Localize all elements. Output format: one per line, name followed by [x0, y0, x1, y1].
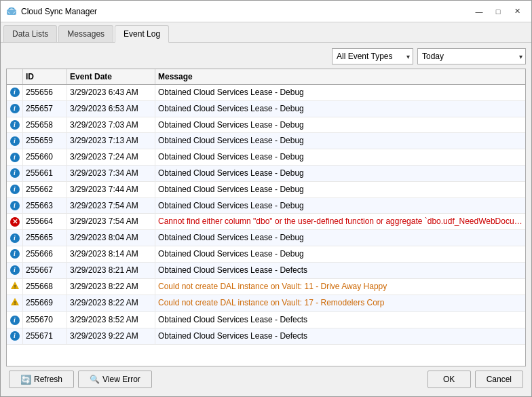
row-date: 3/29/2023 7:54 AM — [67, 198, 155, 214]
refresh-button[interactable]: 🔄 Refresh — [9, 371, 74, 388]
minimize-button[interactable]: — — [470, 5, 488, 18]
row-icon: i — [7, 133, 23, 149]
row-icon: i — [7, 230, 23, 246]
tab-messages[interactable]: Messages — [58, 25, 113, 42]
info-icon: i — [10, 168, 20, 178]
row-message: Obtained Cloud Services Lease - Debug — [155, 85, 525, 100]
row-id: 255659 — [23, 133, 67, 149]
search-icon: 🔍 — [90, 375, 100, 384]
row-id: 255665 — [23, 230, 67, 246]
row-id: 255668 — [23, 279, 67, 295]
date-filter-wrapper: Today Yesterday Last 7 Days Last 30 Days… — [417, 48, 526, 64]
info-icon: i — [10, 88, 20, 97]
tab-data-lists[interactable]: Data Lists — [3, 25, 57, 42]
row-id: 255662 — [23, 182, 67, 197]
cancel-button[interactable]: Cancel — [475, 371, 523, 388]
tab-event-log[interactable]: Event Log — [115, 25, 169, 43]
table-row[interactable]: i2556573/29/2023 6:53 AMObtained Cloud S… — [7, 101, 525, 117]
row-date: 3/29/2023 8:52 AM — [67, 312, 155, 328]
row-id: 255666 — [23, 246, 67, 262]
window-controls: — □ ✕ — [470, 5, 526, 18]
warning-icon: ! — [10, 297, 20, 309]
svg-text:!: ! — [14, 300, 16, 306]
row-icon: i — [7, 166, 23, 181]
row-message: Obtained Cloud Services Lease - Defects — [155, 312, 525, 328]
table-row[interactable]: i2556563/29/2023 6:43 AMObtained Cloud S… — [7, 85, 525, 101]
svg-text:!: ! — [14, 284, 16, 290]
row-icon: i — [7, 312, 23, 328]
table-row[interactable]: i2556663/29/2023 8:14 AMObtained Cloud S… — [7, 246, 525, 263]
info-icon: i — [10, 316, 20, 325]
row-message: Obtained Cloud Services Lease - Debug — [155, 182, 525, 197]
row-icon: i — [7, 101, 23, 117]
row-message: Obtained Cloud Services Lease - Defects — [155, 263, 525, 278]
row-icon: i — [7, 182, 23, 197]
info-icon: i — [10, 201, 20, 210]
row-date: 3/29/2023 8:14 AM — [67, 246, 155, 262]
header-message: Message — [155, 69, 514, 84]
row-id: 255667 — [23, 263, 67, 278]
info-icon: i — [10, 136, 20, 146]
table-row[interactable]: ✕2556643/29/2023 7:54 AMCannot find eith… — [7, 214, 525, 230]
footer: 🔄 Refresh 🔍 View Error OK Cancel — [6, 366, 526, 391]
table-body[interactable]: i2556563/29/2023 6:43 AMObtained Cloud S… — [7, 85, 525, 366]
row-id: 255663 — [23, 198, 67, 214]
row-message: Obtained Cloud Services Lease - Debug — [155, 149, 525, 165]
ok-button[interactable]: OK — [428, 371, 471, 388]
row-id: 255661 — [23, 166, 67, 181]
table-row[interactable]: i2556673/29/2023 8:21 AMObtained Cloud S… — [7, 263, 525, 279]
refresh-icon: 🔄 — [20, 375, 31, 385]
filter-bar: All Event Types Debug Error Warning Info… — [6, 48, 526, 64]
table-header: ID Event Date Message — [7, 69, 525, 85]
warning-icon: ! — [10, 281, 20, 293]
row-icon: i — [7, 263, 23, 278]
row-icon: ! — [7, 295, 23, 311]
table-row[interactable]: i2556613/29/2023 7:34 AMObtained Cloud S… — [7, 166, 525, 182]
row-icon: i — [7, 117, 23, 133]
event-type-select[interactable]: All Event Types Debug Error Warning Info — [332, 48, 413, 64]
row-message: Obtained Cloud Services Lease - Debug — [155, 133, 525, 149]
content-area: All Event Types Debug Error Warning Info… — [1, 43, 531, 396]
info-icon: i — [10, 185, 20, 194]
row-message: Obtained Cloud Services Lease - Debug — [155, 166, 525, 181]
row-message: Obtained Cloud Services Lease - Debug — [155, 101, 525, 117]
row-id: 255656 — [23, 85, 67, 100]
date-filter-select[interactable]: Today Yesterday Last 7 Days Last 30 Days… — [417, 48, 526, 64]
row-id: 255670 — [23, 312, 67, 328]
error-icon: ✕ — [10, 217, 20, 227]
row-id: 255660 — [23, 149, 67, 165]
row-date: 3/29/2023 8:21 AM — [67, 263, 155, 278]
row-date: 3/29/2023 7:54 AM — [67, 214, 155, 229]
table-row[interactable]: i2556703/29/2023 8:52 AMObtained Cloud S… — [7, 312, 525, 328]
row-date: 3/29/2023 7:44 AM — [67, 182, 155, 197]
row-icon: ✕ — [7, 214, 23, 229]
row-icon: i — [7, 85, 23, 100]
event-type-wrapper: All Event Types Debug Error Warning Info — [332, 48, 413, 64]
row-date: 3/29/2023 6:53 AM — [67, 101, 155, 117]
view-error-button[interactable]: 🔍 View Error — [78, 371, 152, 388]
table-row[interactable]: i2556593/29/2023 7:13 AMObtained Cloud S… — [7, 133, 525, 149]
header-date: Event Date — [67, 69, 155, 84]
table-row[interactable]: !2556693/29/2023 8:22 AMCould not create… — [7, 295, 525, 312]
title-bar: Cloud Sync Manager — □ ✕ — [1, 1, 531, 22]
info-icon: i — [10, 249, 20, 259]
view-error-label: View Error — [102, 375, 140, 384]
row-date: 3/29/2023 8:22 AM — [67, 295, 155, 311]
table-row[interactable]: i2556713/29/2023 9:22 AMObtained Cloud S… — [7, 328, 525, 345]
maximize-button[interactable]: □ — [489, 5, 507, 18]
tab-bar: Data Lists Messages Event Log — [1, 22, 531, 43]
table-row[interactable]: i2556633/29/2023 7:54 AMObtained Cloud S… — [7, 198, 525, 214]
row-date: 3/29/2023 8:04 AM — [67, 230, 155, 246]
row-message: Could not create DAL instance on Vault: … — [155, 279, 525, 295]
table-row[interactable]: i2556653/29/2023 8:04 AMObtained Cloud S… — [7, 230, 525, 246]
row-date: 3/29/2023 6:43 AM — [67, 85, 155, 100]
row-icon: i — [7, 328, 23, 344]
close-button[interactable]: ✕ — [508, 5, 526, 18]
table-row[interactable]: i2556583/29/2023 7:03 AMObtained Cloud S… — [7, 117, 525, 134]
table-row[interactable]: !2556683/29/2023 8:22 AMCould not create… — [7, 279, 525, 296]
row-id: 255669 — [23, 295, 67, 311]
event-log-table: ID Event Date Message i2556563/29/2023 6… — [6, 69, 526, 366]
table-row[interactable]: i2556603/29/2023 7:24 AMObtained Cloud S… — [7, 149, 525, 166]
footer-left-buttons: 🔄 Refresh 🔍 View Error — [9, 371, 152, 388]
table-row[interactable]: i2556623/29/2023 7:44 AMObtained Cloud S… — [7, 182, 525, 198]
